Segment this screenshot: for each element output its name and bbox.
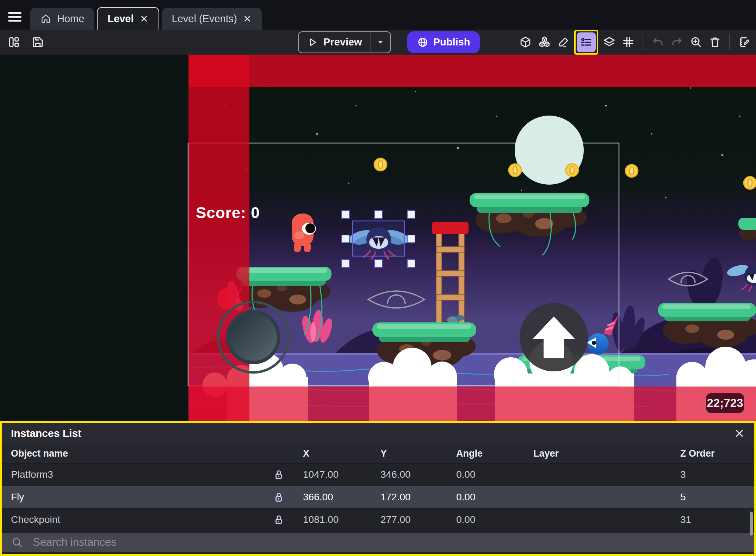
instance-x[interactable]: 366.00 [298, 492, 376, 503]
selection-rect[interactable] [353, 221, 404, 256]
joystick-control[interactable] [218, 302, 289, 372]
box-3d-icon[interactable] [517, 34, 533, 50]
preview-dropdown-button[interactable] [371, 32, 390, 52]
layout-icon[interactable] [6, 34, 22, 50]
lock-open-icon[interactable] [259, 491, 298, 504]
toolbar-divider [643, 34, 643, 50]
column-object-name: Object name [2, 448, 259, 459]
redo-icon[interactable] [669, 34, 685, 50]
instance-angle[interactable]: 0.00 [452, 492, 529, 503]
selection-handle[interactable] [342, 260, 349, 267]
layers-icon[interactable] [601, 34, 617, 50]
instance-z-order[interactable]: 3 [676, 469, 754, 480]
platform-right[interactable] [658, 303, 756, 348]
column-x: X [298, 448, 376, 459]
objects-icon[interactable] [536, 34, 552, 50]
instance-y[interactable]: 277.00 [376, 514, 452, 525]
instances-table-header: Object name X Y Angle Layer Z Order [2, 444, 754, 463]
trash-icon[interactable] [707, 34, 723, 50]
tab-label: Level (Events) [172, 13, 237, 25]
instances-table-body: Platform3 1047.00 346.00 0.00 3 Fly 366.… [2, 463, 754, 531]
preview-label: Preview [323, 36, 362, 48]
edit-scene-icon[interactable] [736, 34, 752, 50]
save-icon[interactable] [30, 34, 46, 50]
instance-x[interactable]: 1047.00 [298, 469, 376, 480]
undo-icon[interactable] [650, 34, 666, 50]
instance-row[interactable]: Platform3 1047.00 346.00 0.00 3 [2, 463, 754, 486]
search-instances-input[interactable] [33, 536, 745, 549]
tab-level-events[interactable]: Level (Events) [162, 8, 262, 30]
instance-name[interactable]: Platform3 [2, 469, 259, 480]
toolbar-divider [729, 34, 730, 50]
scene-canvas[interactable]: Score: 0 22;723 [0, 55, 756, 421]
instance-name[interactable]: Fly [2, 492, 259, 503]
selection-handle[interactable] [407, 260, 415, 267]
instances-list-highlight [574, 30, 598, 55]
instances-search-bar [2, 533, 754, 552]
close-icon[interactable] [734, 428, 745, 439]
selection-handle[interactable] [342, 235, 349, 243]
column-angle: Angle [452, 448, 529, 459]
selection-handle[interactable] [407, 211, 415, 218]
home-icon [40, 13, 51, 24]
instance-x[interactable]: 1081.00 [298, 514, 376, 525]
play-icon [307, 37, 318, 48]
column-y: Y [376, 448, 452, 459]
tab-level[interactable]: Level [97, 7, 159, 30]
selection-handle[interactable] [374, 260, 382, 267]
instances-list-icon[interactable] [577, 32, 596, 52]
search-icon [11, 536, 23, 548]
instance-name[interactable]: Checkpoint [2, 514, 259, 525]
close-icon[interactable] [243, 14, 252, 23]
close-icon[interactable] [140, 14, 149, 23]
game-scene [0, 55, 756, 421]
instance-z-order[interactable]: 31 [676, 514, 754, 525]
cursor-coordinates-badge: 22;723 [706, 393, 744, 413]
tab-bar: Home Level Level (Events) [0, 0, 756, 30]
tab-home[interactable]: Home [30, 8, 94, 30]
selection-handle[interactable] [407, 235, 415, 243]
instances-panel: Instances List Object name X Y Angle Lay… [0, 421, 756, 556]
instance-row[interactable]: Checkpoint 1081.00 277.00 0.00 31 [2, 508, 754, 531]
lock-open-icon[interactable] [259, 513, 298, 526]
selection-handle[interactable] [342, 211, 349, 218]
instances-panel-title: Instances List [11, 427, 81, 439]
lock-open-icon[interactable] [259, 468, 298, 481]
score-hud-text: Score: 0 [196, 204, 260, 222]
preview-button[interactable]: Preview [298, 31, 391, 53]
menu-icon[interactable] [7, 9, 23, 22]
instance-y[interactable]: 172.00 [376, 492, 452, 503]
ladder-cap [432, 222, 469, 234]
publish-button[interactable]: Publish [407, 31, 480, 53]
pencil-icon[interactable] [555, 34, 571, 50]
globe-icon [417, 37, 428, 48]
jump-button[interactable] [520, 303, 588, 371]
instance-angle[interactable]: 0.00 [452, 514, 529, 525]
instance-angle[interactable]: 0.00 [452, 469, 529, 480]
caret-down-icon [376, 38, 385, 47]
publish-label: Publish [433, 36, 470, 48]
selection-handle[interactable] [374, 211, 382, 218]
column-layer: Layer [529, 448, 676, 459]
column-z-order: Z Order [676, 448, 754, 459]
tab-label: Level [107, 13, 134, 25]
platform-right-stub[interactable] [738, 218, 756, 240]
instance-y[interactable]: 346.00 [376, 469, 452, 480]
zoom-in-icon[interactable] [688, 34, 704, 50]
tab-label: Home [57, 13, 84, 25]
instance-row[interactable]: Fly 366.00 172.00 0.00 5 [2, 486, 754, 508]
scrollbar-thumb[interactable] [750, 512, 753, 536]
instance-z-order[interactable]: 5 [676, 492, 754, 503]
grid-icon[interactable] [620, 34, 636, 50]
toolbar: Preview Publish [0, 30, 756, 55]
